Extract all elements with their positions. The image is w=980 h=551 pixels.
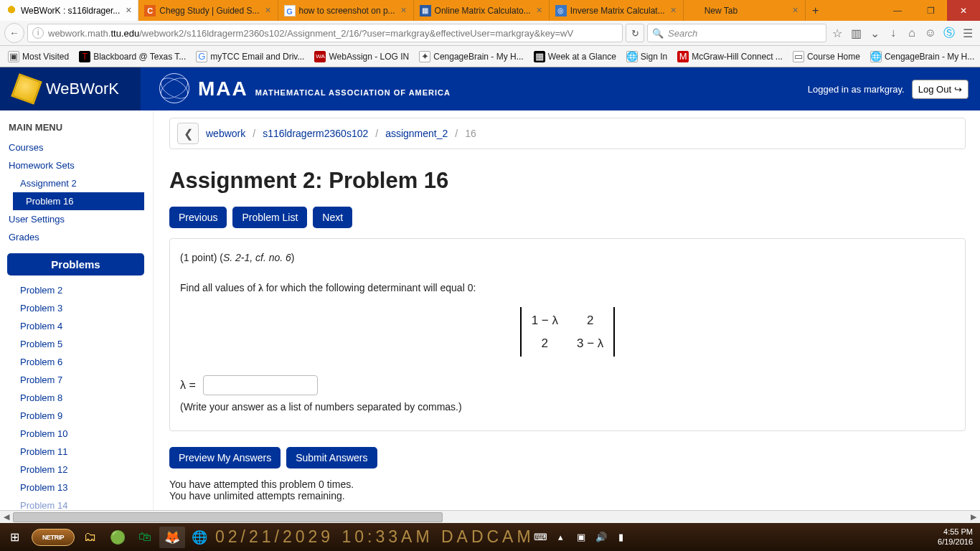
taskbar-clock[interactable]: 4:55 PM 6/19/2016	[938, 527, 980, 546]
start-button[interactable]: ⊞	[0, 523, 29, 551]
breadcrumb-sep: /	[375, 128, 378, 139]
taskbar-app-chrome[interactable]: 🟢	[105, 527, 131, 548]
tab-close-icon[interactable]: ×	[791, 6, 801, 16]
breadcrumb: ❮ webwork / s116ldragerm2360s102 / assig…	[169, 118, 966, 149]
bookmark-week[interactable]: ▦Week at a Glance	[530, 49, 620, 65]
next-button[interactable]: Next	[313, 207, 352, 228]
window-close-button[interactable]: ✕	[947, 0, 980, 21]
firefox-icon: 🦊	[164, 529, 180, 545]
previous-button[interactable]: Previous	[169, 207, 227, 228]
bookmark-mcgraw[interactable]: MMcGraw-Hill Connect ...	[674, 49, 786, 65]
sidebar-problem-link[interactable]: Problem 8	[0, 389, 151, 407]
logout-button[interactable]: Log Out ↪	[912, 80, 969, 99]
taskbar-badge[interactable]: NETRIP	[32, 527, 75, 548]
tab-chegg[interactable]: C Chegg Study | Guided S... ×	[138, 0, 278, 21]
webwork-logo[interactable]: WeBWorK	[0, 67, 141, 110]
bookmark-cengage2[interactable]: 🌐CengageBrain - My H...	[867, 49, 978, 65]
tab-google[interactable]: G how to screenshot on p... ×	[278, 0, 414, 21]
taskbar-app-store[interactable]: 🛍	[132, 527, 158, 548]
sidebar-item-grades[interactable]: Grades	[0, 228, 151, 246]
logout-label: Log Out	[918, 84, 951, 95]
breadcrumb-link[interactable]: assignment_2	[385, 128, 448, 139]
downloads-icon[interactable]: ↓	[885, 25, 901, 41]
bookmark-signin[interactable]: 🌐Sign In	[623, 49, 671, 65]
scroll-left-icon[interactable]: ◀	[0, 512, 13, 523]
preview-answers-button[interactable]: Preview My Answers	[169, 447, 281, 468]
sidebar-item-courses[interactable]: Courses	[0, 138, 151, 156]
tab-close-icon[interactable]: ×	[399, 6, 409, 16]
sidebar-problem-link[interactable]: Problem 4	[0, 317, 151, 335]
sidebar-problem-link[interactable]: Problem 11	[0, 443, 151, 461]
sidebar-toggle-icon[interactable]: ▥	[848, 25, 864, 41]
sidebar-problem-link[interactable]: Problem 13	[0, 479, 151, 496]
keyboard-icon[interactable]: ⌨	[534, 531, 547, 544]
tab-close-icon[interactable]: ×	[263, 6, 273, 16]
smile-icon[interactable]: ☺	[923, 25, 938, 41]
sidebar-item-current-problem[interactable]: Problem 16	[13, 192, 144, 210]
problem-list-button[interactable]: Problem List	[232, 207, 307, 228]
scroll-track[interactable]	[13, 512, 967, 523]
page-info-icon[interactable]: i	[32, 27, 44, 39]
sidebar-problem-link[interactable]: Problem 12	[0, 461, 151, 479]
sidebar-problem-link[interactable]: Problem 10	[0, 425, 151, 443]
tab-matrixcalc[interactable]: ▦ Online Matrix Calculato... ×	[414, 0, 550, 21]
tab-close-icon[interactable]: ×	[123, 6, 133, 16]
taskbar-app-explorer[interactable]: 🗂	[77, 527, 103, 548]
browser-titlebar: WeBWorK : s116ldrager... × C Chegg Study…	[0, 0, 980, 21]
bookmark-cengage[interactable]: ✦CengageBrain - My H...	[415, 49, 527, 65]
submit-answers-button[interactable]: Submit Answers	[286, 447, 377, 468]
tab-close-icon[interactable]: ×	[669, 6, 679, 16]
tray-up-icon[interactable]: ▴	[555, 531, 567, 544]
favicon-gear-icon: ◎	[555, 5, 567, 17]
url-input[interactable]: i webwork.math.ttu.edu/webwork2/s116ldra…	[27, 24, 623, 42]
breadcrumb-link[interactable]: s116ldragerm2360s102	[263, 128, 368, 139]
sidebar-item-homework-sets[interactable]: Homework Sets	[0, 156, 151, 174]
home-icon[interactable]: ⌂	[904, 25, 920, 41]
logout-icon: ↪	[954, 84, 962, 95]
sidebar-problem-link[interactable]: Problem 2	[0, 281, 151, 299]
search-placeholder: Search	[668, 28, 697, 39]
tab-newtab[interactable]: New Tab ×	[684, 0, 806, 21]
bookmark-star-icon[interactable]: ☆	[829, 25, 845, 41]
network-icon[interactable]: ▮	[615, 531, 628, 544]
maa-logo[interactable]: MAA MATHEMATICAL ASSOCIATION OF AMERICA	[159, 73, 451, 105]
search-input[interactable]: 🔍 Search	[647, 24, 826, 42]
reload-button[interactable]: ↻	[626, 24, 644, 42]
breadcrumb-link[interactable]: webwork	[206, 128, 245, 139]
tab-invmatrix[interactable]: ◎ Inverse Matrix Calculat... ×	[550, 0, 684, 21]
store-icon: 🛍	[138, 529, 151, 545]
bookmark-webassign[interactable]: WAWebAssign - LOG IN	[311, 49, 413, 65]
taskbar-app-other[interactable]: 🌐	[187, 527, 212, 548]
sidebar-problem-link[interactable]: Problem 7	[0, 371, 151, 389]
breadcrumb-back-button[interactable]: ❮	[177, 123, 199, 144]
window-buttons: — ❐ ✕	[881, 0, 980, 21]
taskbar-apps: 🗂 🟢 🛍 🦊 🌐	[77, 527, 212, 548]
window-restore-button[interactable]: ❐	[914, 0, 947, 21]
bookmark-coursehome[interactable]: ▭Course Home	[789, 49, 864, 65]
bookmark-blackboard[interactable]: TBlackboard @ Texas T...	[75, 49, 189, 65]
tab-webwork[interactable]: WeBWorK : s116ldrager... ×	[0, 0, 138, 21]
sidebar-problem-link[interactable]: Problem 6	[0, 353, 151, 371]
action-center-icon[interactable]: ▣	[575, 531, 588, 544]
window-minimize-button[interactable]: —	[881, 0, 914, 21]
sidebar-problem-link[interactable]: Problem 5	[0, 335, 151, 353]
scroll-thumb[interactable]	[13, 512, 443, 522]
sidebar-problem-link[interactable]: Problem 3	[0, 299, 151, 317]
sidebar-problem-link[interactable]: Problem 9	[0, 407, 151, 425]
skype-icon[interactable]: Ⓢ	[941, 25, 957, 41]
nav-back-button[interactable]: ←	[4, 23, 24, 43]
answer-input[interactable]	[203, 375, 318, 395]
sidebar-item-assignment[interactable]: Assignment 2	[0, 174, 151, 192]
bookmark-mytcc[interactable]: GmyTCC Email and Driv...	[192, 49, 308, 65]
horizontal-scrollbar[interactable]: ◀ ▶	[0, 510, 980, 523]
sidebar-item-user-settings[interactable]: User Settings	[0, 210, 151, 228]
taskbar-app-firefox[interactable]: 🦊	[159, 527, 185, 548]
new-tab-button[interactable]: +	[806, 0, 826, 21]
bookmark-most-visited[interactable]: ▣Most Visited	[4, 49, 72, 65]
menu-icon[interactable]: ☰	[960, 25, 976, 41]
volume-icon[interactable]: 🔊	[595, 531, 608, 544]
tab-close-icon[interactable]: ×	[534, 6, 545, 16]
pocket-icon[interactable]: ⌄	[867, 25, 882, 41]
scroll-right-icon[interactable]: ▶	[967, 512, 980, 523]
tab-title: WeBWorK : s116ldrager...	[21, 6, 120, 16]
